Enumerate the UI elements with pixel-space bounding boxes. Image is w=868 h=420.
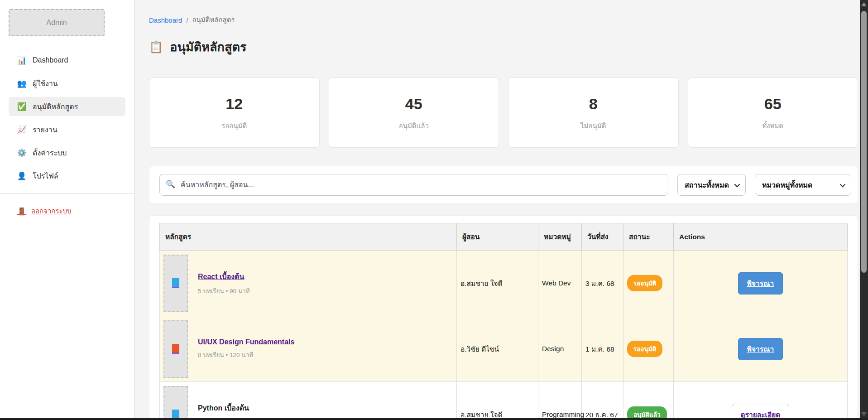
stat-label: ไม่อนุมัติ — [580, 122, 606, 129]
col-header-actions: Actions — [674, 223, 848, 251]
door-icon: 🚪 — [17, 207, 27, 216]
status-badge: รออนุมัติ — [627, 341, 662, 357]
stat-card-pending: 12 รออนุมัติ — [149, 77, 320, 148]
search-input[interactable] — [159, 174, 668, 196]
stat-value: 8 — [589, 96, 598, 111]
category-cell: Design — [538, 316, 582, 382]
col-header-course: หลักสูตร — [160, 223, 457, 251]
logout-link[interactable]: 🚪 ออกจากระบบ — [17, 206, 72, 217]
table-header-row: หลักสูตร ผู้สอน หมวดหมู่ วันที่ส่ง สถานะ… — [160, 223, 848, 251]
sidebar-item-settings[interactable]: ⚙️ ตั้งค่าระบบ — [9, 143, 125, 162]
page-title-text: อนุมัติหลักสูตร — [170, 37, 246, 57]
course-title: Python เบื้องต้น — [198, 402, 249, 414]
admin-logo: Admin — [9, 9, 105, 36]
main-content: Dashboard / อนุมัติหลักสูตร 📋 อนุมัติหลั… — [134, 0, 868, 420]
stats-grid: 12 รออนุมัติ 45 อนุมัติแล้ว 8 ไม่อนุมัติ… — [149, 77, 858, 148]
breadcrumb: Dashboard / อนุมัติหลักสูตร — [149, 0, 858, 25]
sidebar-nav: 📊 Dashboard 👥 ผู้ใช้งาน ✅ อนุมัติหลักสูต… — [0, 51, 134, 185]
scrollbar-thumb[interactable] — [861, 11, 867, 273]
course-meta: 8 บทเรียน • 120 นาที — [198, 350, 294, 360]
category-filter-select[interactable]: หมวดหมู่ทั้งหมด — [755, 174, 851, 196]
scroll-up-arrow-icon[interactable] — [861, 2, 867, 6]
thumbnail-icon — [172, 278, 179, 288]
sidebar-item-label: ตั้งค่าระบบ — [33, 147, 67, 159]
search-box: 🔍 — [159, 174, 668, 196]
course-cell: React เบื้องต้น 5 บทเรียน • 90 นาที — [163, 255, 453, 312]
stat-card-approved: 45 อนุมัติแล้ว — [329, 77, 499, 148]
vertical-scrollbar[interactable] — [860, 0, 868, 420]
course-cell: Python เบื้องต้น 8 บทเรียน • 120 นาที — [163, 386, 453, 420]
view-details-button[interactable]: ดูรายละเอียด — [732, 404, 790, 420]
sidebar-item-label: โปรไฟล์ — [33, 170, 58, 182]
sidebar-item-profile[interactable]: 👤 โปรไฟล์ — [9, 166, 125, 185]
instructor-cell: อ.สมชาย ใจดี — [457, 251, 538, 316]
sidebar-item-course-approval[interactable]: ✅ อนุมัติหลักสูตร — [9, 97, 125, 116]
status-filter-select[interactable]: สถานะทั้งหมด — [677, 174, 746, 196]
stat-card-total: 65 ทั้งหมด — [688, 77, 858, 148]
course-meta: 5 บทเรียน • 90 นาที — [198, 286, 249, 296]
scroll-down-arrow-icon[interactable] — [861, 412, 867, 416]
search-icon: 🔍 — [166, 179, 175, 189]
chevron-down-icon — [840, 181, 846, 187]
page-title: 📋 อนุมัติหลักสูตร — [149, 37, 858, 57]
table-row: UI/UX Design Fundamentals 8 บทเรียน • 12… — [160, 316, 848, 382]
review-button[interactable]: พิจารณา — [738, 338, 783, 360]
bar-chart-icon: 📊 — [17, 56, 27, 65]
sidebar-item-label: รายงาน — [33, 124, 58, 135]
thumbnail-icon — [172, 344, 179, 354]
date-cell: 3 ม.ค. 68 — [582, 251, 623, 316]
course-title-link[interactable]: React เบื้องต้น — [198, 271, 244, 282]
sidebar-item-reports[interactable]: 📈 รายงาน — [9, 120, 125, 139]
check-box-icon: ✅ — [17, 102, 27, 111]
stat-value: 45 — [405, 96, 422, 111]
col-header-instructor: ผู้สอน — [457, 223, 538, 251]
instructor-cell: อ.สมชาย ใจดี — [457, 382, 538, 420]
logout-label: ออกจากระบบ — [31, 206, 72, 217]
col-header-category: หมวดหมู่ — [538, 223, 582, 251]
stat-value: 65 — [764, 96, 782, 111]
col-header-status: สถานะ — [623, 223, 674, 251]
sidebar-item-dashboard[interactable]: 📊 Dashboard — [9, 51, 125, 70]
course-table-panel: หลักสูตร ผู้สอน หมวดหมู่ วันที่ส่ง สถานะ… — [149, 215, 858, 419]
sidebar-divider — [0, 193, 134, 194]
stat-card-rejected: 8 ไม่อนุมัติ — [508, 77, 679, 148]
status-badge: รออนุมัติ — [627, 275, 662, 291]
course-cell: UI/UX Design Fundamentals 8 บทเรียน • 12… — [163, 320, 453, 378]
course-title-link[interactable]: UI/UX Design Fundamentals — [198, 338, 294, 346]
course-thumbnail-placeholder — [163, 386, 188, 420]
breadcrumb-dashboard-link[interactable]: Dashboard — [149, 16, 182, 24]
breadcrumb-separator: / — [186, 16, 188, 24]
review-button[interactable]: พิจารณา — [738, 272, 783, 294]
stat-label: รออนุมัติ — [221, 122, 247, 129]
category-filter-label: หมวดหมู่ทั้งหมด — [762, 179, 812, 191]
table-row: Python เบื้องต้น 8 บทเรียน • 120 นาที อ.… — [160, 382, 848, 420]
status-filter-label: สถานะทั้งหมด — [685, 179, 729, 191]
category-cell: Programming — [538, 382, 582, 420]
date-cell: 20 ธ.ค. 67 — [582, 382, 623, 420]
breadcrumb-current: อนุมัติหลักสูตร — [192, 14, 235, 25]
table-row: React เบื้องต้น 5 บทเรียน • 90 นาที อ.สม… — [160, 251, 848, 316]
chevron-down-icon — [734, 181, 740, 187]
stat-label: อนุมัติแล้ว — [399, 122, 429, 129]
window-bottom-edge — [0, 418, 868, 420]
filter-bar: 🔍 สถานะทั้งหมด หมวดหมู่ทั้งหมด — [149, 166, 858, 204]
sidebar-item-label: อนุมัติหลักสูตร — [33, 101, 78, 112]
gear-icon: ⚙️ — [17, 148, 27, 158]
chart-up-icon: 📈 — [17, 125, 27, 135]
course-table: หลักสูตร ผู้สอน หมวดหมู่ วันที่ส่ง สถานะ… — [159, 223, 848, 420]
clipboard-icon: 📋 — [149, 40, 163, 53]
sidebar-item-users[interactable]: 👥 ผู้ใช้งาน — [9, 74, 125, 93]
admin-logo-label: Admin — [46, 19, 67, 27]
category-cell: Web Dev — [538, 251, 582, 316]
course-table-body: React เบื้องต้น 5 บทเรียน • 90 นาที อ.สม… — [160, 251, 848, 420]
course-thumbnail-placeholder — [163, 320, 188, 378]
date-cell: 1 ม.ค. 68 — [582, 316, 623, 382]
course-thumbnail-placeholder — [163, 255, 188, 312]
col-header-date: วันที่ส่ง — [582, 223, 623, 251]
sidebar-item-label: ผู้ใช้งาน — [33, 78, 58, 89]
person-icon: 👤 — [17, 171, 27, 181]
sidebar-item-label: Dashboard — [33, 56, 68, 64]
stat-label: ทั้งหมด — [762, 122, 783, 129]
instructor-cell: อ.วิชัย ดีไซน์ — [457, 316, 538, 382]
users-icon: 👥 — [17, 79, 27, 88]
